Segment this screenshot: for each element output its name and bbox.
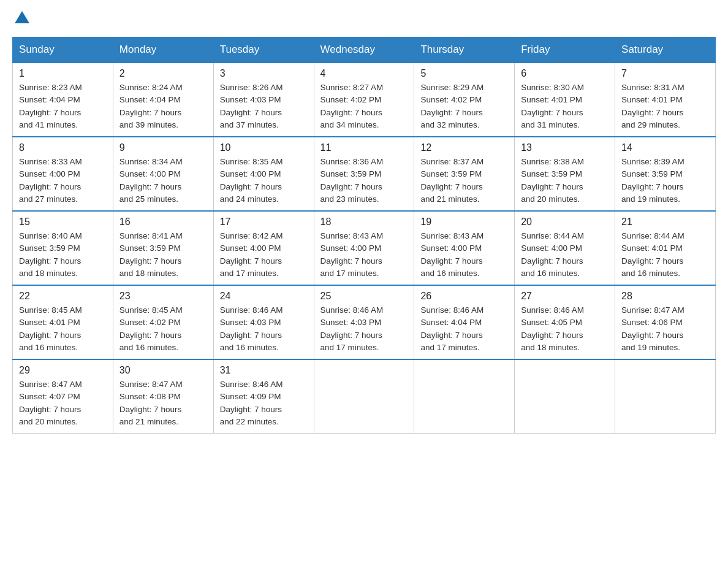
calendar-cell: 14 Sunrise: 8:39 AMSunset: 3:59 PMDaylig… <box>615 137 716 211</box>
day-number: 30 <box>119 365 207 376</box>
day-number: 23 <box>119 291 207 302</box>
calendar-cell: 7 Sunrise: 8:31 AMSunset: 4:01 PMDayligh… <box>615 63 716 137</box>
day-number: 7 <box>621 68 709 79</box>
calendar-cell: 13 Sunrise: 8:38 AMSunset: 3:59 PMDaylig… <box>515 137 615 211</box>
calendar-week-3: 15 Sunrise: 8:40 AMSunset: 3:59 PMDaylig… <box>13 211 716 285</box>
weekday-header-thursday: Thursday <box>414 37 515 63</box>
calendar-week-1: 1 Sunrise: 8:23 AMSunset: 4:04 PMDayligh… <box>13 63 716 137</box>
day-info: Sunrise: 8:29 AMSunset: 4:02 PMDaylight:… <box>420 83 483 129</box>
calendar-cell: 25 Sunrise: 8:46 AMSunset: 4:03 PMDaylig… <box>314 285 414 359</box>
calendar-table: SundayMondayTuesdayWednesdayThursdayFrid… <box>12 37 716 434</box>
calendar-cell: 23 Sunrise: 8:45 AMSunset: 4:02 PMDaylig… <box>113 285 213 359</box>
calendar-cell: 12 Sunrise: 8:37 AMSunset: 3:59 PMDaylig… <box>414 137 515 211</box>
calendar-cell: 2 Sunrise: 8:24 AMSunset: 4:04 PMDayligh… <box>113 63 213 137</box>
day-number: 1 <box>19 68 107 79</box>
calendar-cell: 30 Sunrise: 8:47 AMSunset: 4:08 PMDaylig… <box>113 359 213 434</box>
day-info: Sunrise: 8:46 AMSunset: 4:03 PMDaylight:… <box>220 305 283 352</box>
calendar-cell: 1 Sunrise: 8:23 AMSunset: 4:04 PMDayligh… <box>13 63 113 137</box>
day-info: Sunrise: 8:26 AMSunset: 4:03 PMDaylight:… <box>220 83 283 129</box>
day-info: Sunrise: 8:46 AMSunset: 4:04 PMDaylight:… <box>420 305 483 352</box>
day-number: 13 <box>521 142 609 153</box>
calendar-cell: 27 Sunrise: 8:46 AMSunset: 4:05 PMDaylig… <box>515 285 615 359</box>
weekday-header-monday: Monday <box>113 37 213 63</box>
day-info: Sunrise: 8:38 AMSunset: 3:59 PMDaylight:… <box>521 157 584 204</box>
day-info: Sunrise: 8:45 AMSunset: 4:01 PMDaylight:… <box>19 305 82 352</box>
calendar-cell: 3 Sunrise: 8:26 AMSunset: 4:03 PMDayligh… <box>213 63 314 137</box>
calendar-cell: 24 Sunrise: 8:46 AMSunset: 4:03 PMDaylig… <box>213 285 314 359</box>
day-info: Sunrise: 8:36 AMSunset: 3:59 PMDaylight:… <box>320 157 384 204</box>
logo <box>12 12 29 25</box>
day-number: 12 <box>420 142 508 153</box>
weekday-header-sunday: Sunday <box>13 37 113 63</box>
day-info: Sunrise: 8:46 AMSunset: 4:03 PMDaylight:… <box>320 305 384 352</box>
day-info: Sunrise: 8:43 AMSunset: 4:00 PMDaylight:… <box>320 231 384 278</box>
calendar-cell: 17 Sunrise: 8:42 AMSunset: 4:00 PMDaylig… <box>213 211 314 285</box>
day-info: Sunrise: 8:34 AMSunset: 4:00 PMDaylight:… <box>119 157 183 204</box>
day-info: Sunrise: 8:47 AMSunset: 4:08 PMDaylight:… <box>119 380 183 426</box>
day-number: 5 <box>420 68 508 79</box>
day-number: 28 <box>621 291 709 302</box>
calendar-cell: 26 Sunrise: 8:46 AMSunset: 4:04 PMDaylig… <box>414 285 515 359</box>
day-info: Sunrise: 8:47 AMSunset: 4:06 PMDaylight:… <box>621 305 684 352</box>
day-number: 11 <box>320 142 408 153</box>
calendar-cell: 9 Sunrise: 8:34 AMSunset: 4:00 PMDayligh… <box>113 137 213 211</box>
day-info: Sunrise: 8:44 AMSunset: 4:00 PMDaylight:… <box>521 231 584 278</box>
day-info: Sunrise: 8:43 AMSunset: 4:00 PMDaylight:… <box>420 231 483 278</box>
day-number: 9 <box>119 142 207 153</box>
calendar-cell: 11 Sunrise: 8:36 AMSunset: 3:59 PMDaylig… <box>314 137 414 211</box>
day-info: Sunrise: 8:42 AMSunset: 4:00 PMDaylight:… <box>220 231 283 278</box>
day-number: 24 <box>220 291 308 302</box>
day-info: Sunrise: 8:33 AMSunset: 4:00 PMDaylight:… <box>19 157 82 204</box>
day-number: 8 <box>19 142 107 153</box>
day-number: 6 <box>521 68 609 79</box>
calendar-cell: 8 Sunrise: 8:33 AMSunset: 4:00 PMDayligh… <box>13 137 113 211</box>
day-number: 31 <box>220 365 308 376</box>
calendar-cell: 6 Sunrise: 8:30 AMSunset: 4:01 PMDayligh… <box>515 63 615 137</box>
day-number: 22 <box>19 291 107 302</box>
calendar-cell <box>615 359 716 434</box>
day-info: Sunrise: 8:46 AMSunset: 4:09 PMDaylight:… <box>220 380 283 426</box>
logo-triangle-right <box>22 11 29 23</box>
calendar-cell: 5 Sunrise: 8:29 AMSunset: 4:02 PMDayligh… <box>414 63 515 137</box>
day-number: 20 <box>521 216 609 228</box>
day-number: 15 <box>19 216 107 228</box>
calendar-cell <box>515 359 615 434</box>
day-number: 27 <box>521 291 609 302</box>
calendar-week-4: 22 Sunrise: 8:45 AMSunset: 4:01 PMDaylig… <box>13 285 716 359</box>
weekday-header-wednesday: Wednesday <box>314 37 414 63</box>
calendar-cell: 20 Sunrise: 8:44 AMSunset: 4:00 PMDaylig… <box>515 211 615 285</box>
day-info: Sunrise: 8:23 AMSunset: 4:04 PMDaylight:… <box>19 83 82 129</box>
day-number: 26 <box>420 291 508 302</box>
calendar-cell: 15 Sunrise: 8:40 AMSunset: 3:59 PMDaylig… <box>13 211 113 285</box>
calendar-cell: 4 Sunrise: 8:27 AMSunset: 4:02 PMDayligh… <box>314 63 414 137</box>
day-info: Sunrise: 8:46 AMSunset: 4:05 PMDaylight:… <box>521 305 584 352</box>
day-number: 29 <box>19 365 107 376</box>
day-info: Sunrise: 8:27 AMSunset: 4:02 PMDaylight:… <box>320 83 384 129</box>
calendar-cell <box>314 359 414 434</box>
day-info: Sunrise: 8:40 AMSunset: 3:59 PMDaylight:… <box>19 231 82 278</box>
day-info: Sunrise: 8:45 AMSunset: 4:02 PMDaylight:… <box>119 305 183 352</box>
calendar-cell: 16 Sunrise: 8:41 AMSunset: 3:59 PMDaylig… <box>113 211 213 285</box>
day-info: Sunrise: 8:41 AMSunset: 3:59 PMDaylight:… <box>119 231 183 278</box>
calendar-cell: 31 Sunrise: 8:46 AMSunset: 4:09 PMDaylig… <box>213 359 314 434</box>
day-info: Sunrise: 8:44 AMSunset: 4:01 PMDaylight:… <box>621 231 684 278</box>
day-number: 17 <box>220 216 308 228</box>
weekday-header-saturday: Saturday <box>615 37 716 63</box>
day-info: Sunrise: 8:39 AMSunset: 3:59 PMDaylight:… <box>621 157 684 204</box>
day-number: 18 <box>320 216 408 228</box>
calendar-cell <box>414 359 515 434</box>
day-number: 14 <box>621 142 709 153</box>
calendar-cell: 29 Sunrise: 8:47 AMSunset: 4:07 PMDaylig… <box>13 359 113 434</box>
day-number: 19 <box>420 216 508 228</box>
weekday-header-friday: Friday <box>515 37 615 63</box>
calendar-header-row: SundayMondayTuesdayWednesdayThursdayFrid… <box>13 37 716 63</box>
day-info: Sunrise: 8:30 AMSunset: 4:01 PMDaylight:… <box>521 83 584 129</box>
day-info: Sunrise: 8:35 AMSunset: 4:00 PMDaylight:… <box>220 157 283 204</box>
day-info: Sunrise: 8:31 AMSunset: 4:01 PMDaylight:… <box>621 83 684 129</box>
calendar-cell: 10 Sunrise: 8:35 AMSunset: 4:00 PMDaylig… <box>213 137 314 211</box>
day-number: 16 <box>119 216 207 228</box>
calendar-cell: 28 Sunrise: 8:47 AMSunset: 4:06 PMDaylig… <box>615 285 716 359</box>
weekday-header-tuesday: Tuesday <box>213 37 314 63</box>
day-number: 21 <box>621 216 709 228</box>
calendar-week-2: 8 Sunrise: 8:33 AMSunset: 4:00 PMDayligh… <box>13 137 716 211</box>
